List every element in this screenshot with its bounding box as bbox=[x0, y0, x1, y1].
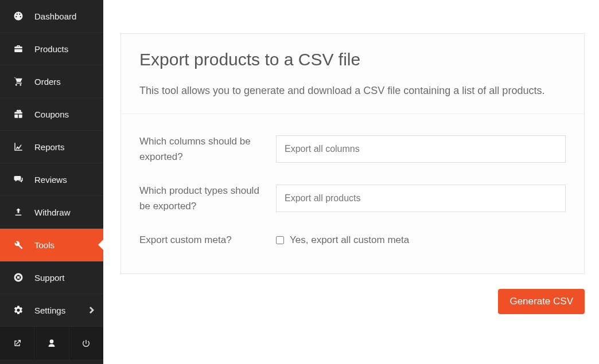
sidebar-item-settings[interactable]: Settings bbox=[0, 294, 103, 327]
columns-select[interactable]: Export all columns bbox=[276, 135, 566, 163]
panel-title: Export products to a CSV file bbox=[139, 50, 566, 69]
main-content: Export products to a CSV file This tool … bbox=[103, 0, 599, 364]
meta-checkbox-label: Yes, export all custom meta bbox=[290, 234, 409, 246]
types-row: Which product types should be exported? … bbox=[139, 174, 566, 223]
action-row: Generate CSV bbox=[103, 289, 585, 314]
upload-icon bbox=[13, 207, 24, 217]
meta-checkbox[interactable] bbox=[276, 236, 284, 244]
columns-select-value: Export all columns bbox=[285, 144, 360, 154]
sidebar: Dashboard Products Orders Coupons Report… bbox=[0, 0, 103, 364]
types-select[interactable]: Export all products bbox=[276, 185, 566, 212]
sidebar-item-reports[interactable]: Reports bbox=[0, 131, 103, 163]
sidebar-item-orders[interactable]: Orders bbox=[0, 65, 103, 98]
comments-icon bbox=[13, 174, 24, 185]
sidebar-item-support[interactable]: Support bbox=[0, 261, 103, 294]
panel-header: Export products to a CSV file This tool … bbox=[121, 34, 584, 114]
export-panel: Export products to a CSV file This tool … bbox=[120, 33, 585, 274]
power-button[interactable] bbox=[69, 327, 103, 359]
sidebar-item-products[interactable]: Products bbox=[0, 33, 103, 65]
sidebar-item-tools[interactable]: Tools bbox=[0, 229, 103, 261]
user-icon bbox=[47, 339, 56, 348]
sidebar-item-withdraw[interactable]: Withdraw bbox=[0, 196, 103, 229]
sidebar-item-label: Dashboard bbox=[34, 11, 76, 21]
meta-row: Export custom meta? Yes, export all cust… bbox=[139, 223, 566, 257]
types-select-value: Export all products bbox=[285, 193, 361, 203]
external-link-button[interactable] bbox=[0, 327, 34, 359]
sidebar-footer bbox=[0, 327, 103, 359]
export-form: Which columns should be exported? Export… bbox=[121, 114, 584, 273]
sidebar-item-label: Settings bbox=[34, 306, 65, 315]
generate-csv-button[interactable]: Generate CSV bbox=[498, 289, 585, 314]
cart-icon bbox=[13, 76, 24, 87]
external-link-icon bbox=[13, 339, 22, 348]
sidebar-item-reviews[interactable]: Reviews bbox=[0, 163, 103, 196]
lifering-icon bbox=[13, 272, 24, 283]
sidebar-item-label: Coupons bbox=[34, 109, 69, 119]
sidebar-item-label: Withdraw bbox=[34, 208, 71, 217]
columns-row: Which columns should be exported? Export… bbox=[139, 124, 566, 174]
chevron-right-icon bbox=[90, 307, 94, 314]
sidebar-item-label: Tools bbox=[34, 240, 55, 250]
chart-icon bbox=[13, 142, 24, 152]
sidebar-item-label: Reports bbox=[34, 142, 65, 152]
meta-checkbox-wrapper[interactable]: Yes, export all custom meta bbox=[276, 234, 566, 246]
sidebar-item-label: Orders bbox=[34, 77, 61, 87]
dashboard-icon bbox=[13, 11, 24, 21]
sidebar-item-label: Support bbox=[34, 273, 65, 283]
columns-label: Which columns should be exported? bbox=[139, 134, 276, 165]
sidebar-item-label: Reviews bbox=[34, 175, 67, 185]
power-icon bbox=[81, 339, 91, 348]
briefcase-icon bbox=[13, 44, 24, 54]
gift-icon bbox=[13, 109, 24, 119]
gear-icon bbox=[13, 305, 24, 315]
user-button[interactable] bbox=[34, 327, 69, 359]
panel-description: This tool allows you to generate and dow… bbox=[139, 82, 566, 100]
sidebar-item-coupons[interactable]: Coupons bbox=[0, 98, 103, 131]
sidebar-item-dashboard[interactable]: Dashboard bbox=[0, 0, 103, 33]
types-label: Which product types should be exported? bbox=[139, 183, 276, 214]
sidebar-item-label: Products bbox=[34, 44, 68, 54]
meta-label: Export custom meta? bbox=[139, 232, 276, 248]
wrench-icon bbox=[13, 240, 24, 250]
